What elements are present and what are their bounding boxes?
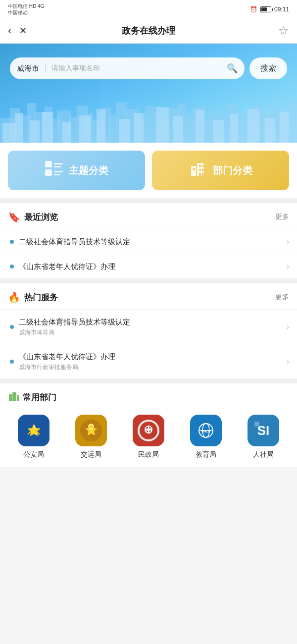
chevron-right-icon: ›: [287, 262, 289, 271]
dept-item-mzj[interactable]: ⊕ 民政局: [124, 415, 173, 459]
list-title: 《山东省老年人优待证》办理: [19, 351, 282, 362]
dept-icon-mzj: ⊕: [133, 415, 164, 446]
recent-icon: 🔖: [8, 211, 20, 223]
dept-section-icon: [8, 391, 19, 404]
dept-item-rsj[interactable]: SI 人社局: [239, 415, 288, 459]
dept-section: 常用部门 ⭐ 公安局 ⭐ 交运局: [0, 383, 297, 467]
search-bar: 威海市 请输入事项名称 🔍 搜索: [10, 57, 287, 79]
dept-item-jyj2[interactable]: WEB 教育局: [181, 415, 231, 459]
dept-label-jyj2: 教育局: [196, 450, 216, 459]
list-subtitle: 威海市行政审批服务局: [19, 363, 282, 372]
bottom-area: [0, 467, 297, 497]
svg-rect-43: [134, 113, 144, 143]
close-button[interactable]: ✕: [19, 25, 27, 36]
dept-category-card[interactable]: 部门分类: [152, 151, 289, 190]
nav-right: ☆: [278, 24, 289, 38]
separator-1: [0, 198, 297, 203]
city-silhouette: [0, 98, 297, 143]
svg-rect-47: [213, 120, 224, 143]
svg-rect-56: [54, 171, 63, 172]
search-icon: 🔍: [227, 63, 238, 74]
separator-3: [0, 378, 297, 383]
svg-rect-49: [248, 109, 259, 143]
svg-rect-52: [45, 161, 52, 167]
svg-rect-40: [79, 115, 91, 143]
svg-rect-35: [2, 123, 16, 143]
svg-rect-41: [97, 109, 105, 143]
list-item[interactable]: 二级社会体育指导员技术等级认定 威海市体育局 ›: [0, 309, 297, 344]
favorite-icon[interactable]: ☆: [278, 24, 289, 37]
svg-rect-88: [254, 422, 259, 427]
svg-rect-38: [42, 112, 53, 143]
dept-item-jyj[interactable]: ⭐ 交运局: [66, 415, 116, 459]
svg-rect-60: [193, 168, 195, 170]
list-item[interactable]: 《山东省老年人优待证》办理 威海市行政审批服务局 ›: [0, 344, 297, 378]
chevron-right-icon: ›: [287, 357, 289, 366]
dept-label-gaj: 公安局: [23, 450, 44, 459]
svg-rect-65: [199, 173, 201, 176]
svg-rect-42: [119, 119, 130, 143]
svg-text:WEB: WEB: [201, 429, 211, 433]
hot-more-button[interactable]: 更多: [275, 293, 289, 302]
dept-label-mzj: 民政局: [138, 450, 159, 459]
hot-title-text: 热门服务: [24, 292, 58, 303]
theme-category-label: 主题分类: [69, 164, 108, 177]
svg-rect-62: [202, 165, 204, 167]
svg-point-74: [89, 424, 94, 429]
svg-rect-50: [265, 118, 275, 143]
alarm-icon: ⏰: [250, 6, 257, 13]
hot-section: 🔥 热门服务 更多 二级社会体育指导员技术等级认定 威海市体育局 › 《山东省老…: [0, 283, 297, 378]
svg-rect-69: [17, 395, 19, 401]
hero-banner: 威海市 请输入事项名称 🔍 搜索: [0, 44, 297, 143]
list-content: 二级社会体育指导员技术等级认定: [19, 236, 282, 247]
hot-header: 🔥 热门服务 更多: [0, 283, 297, 309]
search-button[interactable]: 搜索: [249, 57, 287, 79]
svg-rect-54: [54, 163, 63, 164]
dept-category-icon: [189, 161, 207, 180]
svg-rect-48: [230, 114, 238, 143]
svg-rect-61: [199, 165, 201, 167]
svg-rect-67: [9, 394, 12, 401]
nav-bar: ‹ ✕ 政务在线办理 ☆: [0, 18, 297, 44]
list-title: 二级社会体育指导员技术等级认定: [19, 236, 282, 247]
svg-rect-51: [280, 112, 289, 143]
svg-rect-37: [30, 120, 40, 143]
city-tag: 威海市: [17, 64, 39, 73]
carrier-info: 中国电信 HD 4G 中国移动: [8, 3, 44, 16]
svg-rect-46: [196, 110, 204, 143]
svg-rect-63: [199, 169, 201, 171]
theme-category-card[interactable]: 主题分类: [8, 151, 145, 190]
separator-2: [0, 278, 297, 283]
time-display: 09:11: [274, 6, 289, 13]
dept-title-text: 常用部门: [23, 392, 56, 403]
dept-grid: ⭐ 公安局 ⭐ 交运局 ⊕: [0, 410, 297, 459]
nav-left-buttons: ‹ ✕: [8, 24, 27, 37]
search-placeholder-text: 请输入事项名称: [51, 64, 223, 73]
list-item[interactable]: 《山东省老年人优待证》办理 ›: [0, 254, 297, 278]
chevron-right-icon: ›: [287, 237, 289, 246]
list-item[interactable]: 二级社会体育指导员技术等级认定 ›: [0, 229, 297, 254]
battery-icon: [260, 6, 271, 12]
recent-more-button[interactable]: 更多: [275, 213, 289, 221]
recent-header: 🔖 最近浏览 更多: [0, 203, 297, 229]
list-content: 《山东省老年人优待证》办理: [19, 261, 282, 271]
list-content: 二级社会体育指导员技术等级认定 威海市体育局: [19, 317, 282, 337]
dept-item-gaj[interactable]: ⭐ 公安局: [9, 415, 58, 459]
list-dot: [10, 360, 14, 364]
dept-title: 常用部门: [8, 391, 56, 404]
dept-icon-gaj: ⭐: [18, 415, 50, 446]
status-bar: 中国电信 HD 4G 中国移动 ⏰ 09:11: [0, 0, 297, 18]
recent-title: 🔖 最近浏览: [8, 211, 58, 223]
search-input-wrap[interactable]: 威海市 请输入事项名称 🔍: [10, 57, 245, 79]
svg-text:⭐: ⭐: [27, 424, 41, 437]
dept-header: 常用部门: [0, 383, 297, 410]
dept-icon-rsj: SI: [248, 415, 279, 446]
theme-category-icon: [45, 161, 63, 180]
list-subtitle: 威海市体育局: [19, 328, 282, 337]
list-dot: [10, 265, 14, 268]
svg-rect-53: [45, 169, 52, 176]
back-button[interactable]: ‹: [8, 24, 11, 37]
list-content: 《山东省老年人优待证》办理 威海市行政审批服务局: [19, 351, 282, 372]
recent-section: 🔖 最近浏览 更多 二级社会体育指导员技术等级认定 › 《山东省老年人优待证》办…: [0, 203, 297, 278]
dept-icon-jyj2: WEB: [190, 415, 222, 446]
